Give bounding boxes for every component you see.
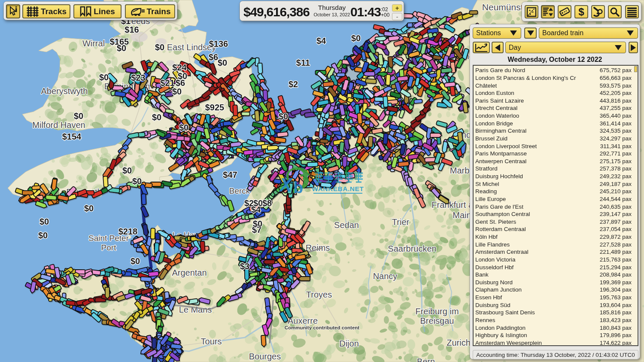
- svg-text:Breisgau: Breisgau: [420, 316, 454, 325]
- svg-text:Trier: Trier: [392, 217, 410, 227]
- svg-text:Argentan: Argentan: [172, 268, 207, 277]
- svg-text:$136: $136: [209, 39, 228, 49]
- svg-text:Troyes: Troyes: [306, 290, 332, 299]
- svg-text:$0: $0: [351, 33, 361, 43]
- svg-text:$47: $47: [223, 170, 237, 179]
- svg-text:$218: $218: [118, 227, 138, 236]
- svg-text:$0: $0: [99, 73, 109, 82]
- svg-text:$3: $3: [240, 262, 249, 271]
- svg-text:$4: $4: [316, 36, 326, 46]
- svg-text:Tours: Tours: [201, 337, 222, 346]
- svg-text:Main: Main: [453, 210, 471, 220]
- svg-text:$0: $0: [132, 176, 142, 186]
- svg-text:$0: $0: [74, 111, 83, 121]
- svg-text:Wirral: Wirral: [82, 39, 105, 48]
- svg-text:$6: $6: [209, 52, 218, 62]
- svg-text:Saarbrücken: Saarbrücken: [388, 244, 436, 253]
- svg-text:X: X: [278, 174, 293, 195]
- svg-text:$0: $0: [179, 123, 188, 132]
- svg-text:$0: $0: [122, 166, 132, 175]
- svg-text:b: b: [293, 179, 303, 197]
- svg-text:$0: $0: [152, 113, 161, 122]
- svg-text:Dijon: Dijon: [339, 339, 359, 348]
- svg-text:Zurich: Zurich: [447, 338, 471, 347]
- svg-text:$0: $0: [218, 58, 227, 67]
- svg-text:$0: $0: [117, 43, 126, 53]
- svg-text:$0: $0: [38, 231, 48, 240]
- svg-text:$: $: [578, 6, 584, 18]
- svg-text:Aberystwyth: Aberystwyth: [41, 86, 88, 96]
- svg-text:Nancy: Nancy: [373, 271, 398, 281]
- svg-text:Milford Haven: Milford Haven: [32, 120, 85, 130]
- svg-text:$21: $21: [160, 78, 174, 88]
- svg-text:$16: $16: [125, 25, 139, 34]
- svg-text:$8: $8: [262, 198, 272, 208]
- svg-text:Reims: Reims: [306, 243, 330, 252]
- svg-text:Bourges: Bourges: [249, 352, 281, 361]
- svg-text:Freiburg im: Freiburg im: [415, 307, 459, 316]
- svg-text:$0: $0: [155, 43, 164, 52]
- svg-text:$0: $0: [253, 219, 262, 228]
- svg-text:Auxerre: Auxerre: [288, 316, 318, 325]
- svg-text:$6: $6: [176, 78, 185, 88]
- svg-text:$2: $2: [289, 79, 298, 89]
- svg-text:$23: $23: [131, 73, 145, 82]
- svg-text:$11: $11: [296, 58, 310, 67]
- svg-text:$24: $24: [172, 63, 187, 72]
- svg-text:$925: $925: [205, 103, 225, 112]
- svg-text:Sedan: Sedan: [334, 220, 359, 230]
- svg-text:$0: $0: [279, 112, 288, 121]
- svg-text:WANKEBA.NET: WANKEBA.NET: [312, 185, 364, 192]
- svg-text:$4: $4: [251, 205, 261, 214]
- svg-text:$0: $0: [39, 217, 49, 226]
- svg-text:$154: $154: [62, 132, 82, 141]
- svg-text:Community contributed content: Community contributed content: [285, 325, 360, 330]
- svg-text:$0: $0: [84, 204, 94, 213]
- svg-text:Berck: Berck: [229, 186, 250, 195]
- svg-text:Port: Port: [101, 243, 117, 252]
- svg-text:$0: $0: [131, 256, 140, 266]
- svg-text:$0: $0: [172, 87, 182, 96]
- svg-text:Bern: Bern: [417, 357, 435, 362]
